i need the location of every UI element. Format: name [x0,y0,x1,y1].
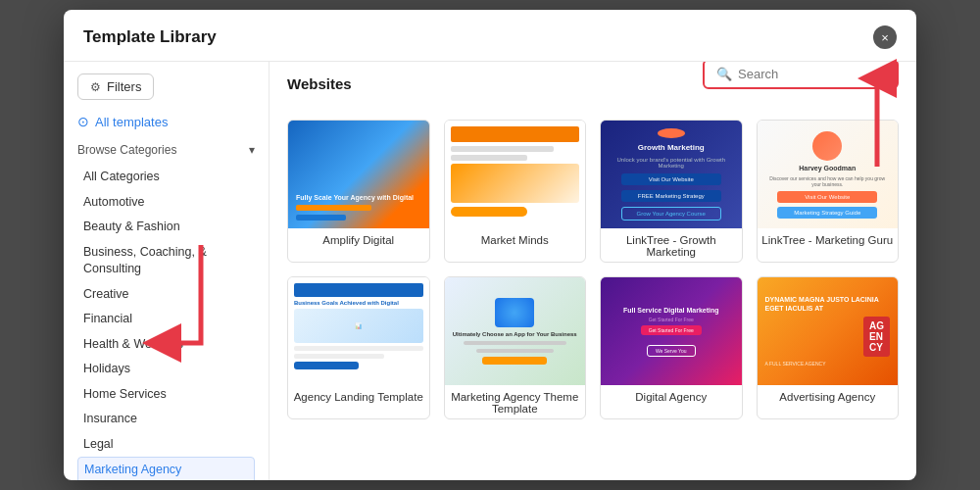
template-card-agency-landing[interactable]: Business Goals Achieved with Digital 📊 A… [287,276,430,419]
template-card-marketing-theme[interactable]: Ultimately Choose an App for Your Busine… [444,276,587,419]
linktree-growth-preview: Growth Marketing Unlock your brand's pot… [601,121,742,228]
template-card-linktree-guru[interactable]: Harvey Goodman Discover our services and… [757,120,900,263]
template-thumb-agency-landing: Business Goals Achieved with Digital 📊 [288,277,429,385]
adv-title: DYNAMIC MAGNA JUSTO LACINIA EGET IACULIS… [765,296,891,313]
ag-text2 [294,354,384,359]
category-item-insurance[interactable]: Insurance [77,407,255,432]
category-item-beauty[interactable]: Beauty & Fashion [77,215,255,240]
category-item-automotive[interactable]: Automotive [77,190,255,216]
mk-text2 [476,349,554,353]
category-item-health[interactable]: Health & Wellness [77,332,255,358]
modal-body: ⚙ Filters ⊙ All templates Browse Categor… [64,62,916,480]
template-name-amplify: Amplify Digital [288,228,429,250]
main-content: Websites 🔍 Fully Scale Your Agency with … [270,62,916,480]
lt-btn2: FREE Marketing Strategy [621,190,721,202]
template-card-linktree-growth[interactable]: Growth Marketing Unlock your brand's pot… [600,120,743,263]
browse-categories-header[interactable]: Browse Categories ▾ [77,143,255,157]
template-name-advertising: Advertising Agency [758,385,899,407]
advertising-preview: DYNAMIC MAGNA JUSTO LACINIA EGET IACULIS… [758,277,899,385]
template-card-digital-agency[interactable]: Full Service Digital Marketing Get Start… [600,276,743,419]
template-library-modal: Template Library × ⚙ Filters ⊙ All templ… [64,10,916,480]
mm-img [451,164,580,203]
sidebar: ⚙ Filters ⊙ All templates Browse Categor… [64,62,270,480]
lt2-desc: Discover our services and how we can hel… [765,175,891,187]
linktree-guru-preview: Harvey Goodman Discover our services and… [758,121,899,228]
search-input[interactable] [738,67,885,81]
template-thumb-amplify: Fully Scale Your Agency with Digital [288,121,429,228]
template-grid-row1: Fully Scale Your Agency with Digital Amp… [287,120,899,263]
template-thumb-marketminds [445,121,586,228]
lt-avatar [658,128,685,138]
template-name-digital-agency: Digital Agency [601,385,742,407]
close-button[interactable]: × [873,25,897,49]
lt2-name: Harvey Goodman [799,165,856,172]
lt2-btn1: Visit Our Website [777,191,877,203]
dg-btn2: We Serve You [647,345,696,357]
ag-btn [294,362,359,369]
category-item-marketing[interactable]: Marketing Agency [77,457,255,480]
mk-icon [495,298,534,327]
adv-badge: AGENCY [863,317,890,357]
search-icon: 🔍 [716,67,732,81]
browse-categories-label: Browse Categories [77,143,176,157]
search-bar[interactable]: 🔍 [703,62,899,89]
template-thumb-marketing-theme: Ultimately Choose an App for Your Busine… [445,277,586,385]
category-list: All Categories Automotive Beauty & Fashi… [77,165,255,480]
template-name-linktree-guru: LinkTree - Marketing Guru [758,228,899,250]
lt-btn1: Visit Our Website [621,173,721,185]
ag-img-label: 📊 [355,322,362,329]
modal-header: Template Library × [64,10,916,62]
circle-check-icon: ⊙ [77,114,89,129]
digital-agency-preview: Full Service Digital Marketing Get Start… [601,277,742,385]
dg-title: Full Service Digital Marketing [623,307,719,314]
dg-btn1: Get Started For Free [641,325,702,335]
marketminds-preview [445,121,586,228]
lt-desc: Unlock your brand's potential with Growt… [609,157,734,169]
category-item-legal[interactable]: Legal [77,432,255,458]
template-grid-row2: Business Goals Achieved with Digital 📊 A… [287,276,899,419]
category-item-business[interactable]: Business, Coaching, & Consulting [77,240,255,282]
marketing-theme-preview: Ultimately Choose an App for Your Busine… [445,277,586,385]
template-name-agency-landing: Agency Landing Template [288,385,429,407]
template-thumb-linktree-guru: Harvey Goodman Discover our services and… [758,121,899,228]
template-name-marketminds: Market Minds [445,228,586,250]
template-thumb-linktree-growth: Growth Marketing Unlock your brand's pot… [601,121,742,228]
amplify-bar [296,205,371,211]
amplify-preview: Fully Scale Your Agency with Digital [288,121,429,228]
mk-title: Ultimately Choose an App for Your Busine… [453,331,577,337]
mm-text2 [451,155,528,161]
mk-btn [482,357,547,365]
template-thumb-digital-agency: Full Service Digital Marketing Get Start… [601,277,742,385]
category-item-creative[interactable]: Creative [77,282,255,308]
chevron-down-icon: ▾ [249,143,255,157]
mm-text1 [451,146,554,152]
all-templates-link[interactable]: ⊙ All templates [77,114,255,129]
category-item-all[interactable]: All Categories [77,165,255,190]
modal-title: Template Library [83,27,217,47]
template-thumb-advertising: DYNAMIC MAGNA JUSTO LACINIA EGET IACULIS… [758,277,899,385]
top-row: Websites 🔍 [287,75,899,106]
category-item-holidays[interactable]: Holidays [77,357,255,382]
template-card-advertising[interactable]: DYNAMIC MAGNA JUSTO LACINIA EGET IACULIS… [757,276,900,419]
section-title: Websites [287,75,352,92]
all-templates-label: All templates [95,115,168,129]
template-name-linktree-growth: LinkTree - Growth Marketing [601,228,742,262]
lt-btn3: Grow Your Agency Course [621,207,721,220]
ag-img: 📊 [294,309,423,343]
agency-landing-preview: Business Goals Achieved with Digital 📊 [288,277,429,385]
template-card-amplify[interactable]: Fully Scale Your Agency with Digital Amp… [287,120,430,263]
filters-button[interactable]: ⚙ Filters [77,74,154,100]
mm-header [451,126,580,142]
template-name-marketing-theme: Marketing Agency Theme Template [445,385,586,418]
modal-backdrop: Template Library × ⚙ Filters ⊙ All templ… [0,0,980,490]
amplify-bar2 [296,215,346,220]
ag-title-text: Business Goals Achieved with Digital [294,300,423,306]
mm-btn [451,207,528,217]
ag-header [294,283,423,297]
ag-text1 [294,346,423,351]
category-item-home[interactable]: Home Services [77,382,255,408]
lt-title: Growth Marketing [638,143,705,152]
mk-text1 [464,341,566,345]
category-item-financial[interactable]: Financial [77,307,255,332]
template-card-marketminds[interactable]: Market Minds [444,120,587,263]
